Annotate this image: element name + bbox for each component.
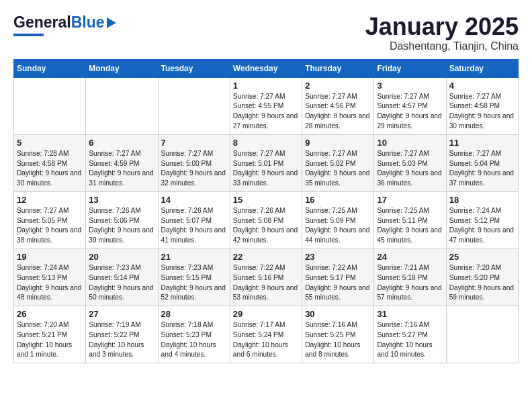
day-header-sunday: Sunday	[14, 59, 86, 77]
day-info: Sunrise: 7:26 AMSunset: 5:07 PMDaylight:…	[161, 206, 227, 246]
day-info: Sunrise: 7:19 AMSunset: 5:22 PMDaylight:…	[89, 320, 154, 360]
calendar-cell: 7Sunrise: 7:27 AMSunset: 5:00 PMDaylight…	[158, 134, 230, 191]
day-header-wednesday: Wednesday	[230, 59, 302, 77]
day-number: 21	[161, 252, 227, 262]
day-info: Sunrise: 7:27 AMSunset: 4:55 PMDaylight:…	[233, 92, 299, 132]
calendar-cell: 24Sunrise: 7:21 AMSunset: 5:18 PMDayligh…	[374, 248, 446, 306]
month-title: January 2025	[365, 13, 519, 40]
day-number: 9	[305, 138, 371, 148]
calendar-cell: 10Sunrise: 7:27 AMSunset: 5:03 PMDayligh…	[374, 134, 446, 191]
week-row-5: 26Sunrise: 7:20 AMSunset: 5:21 PMDayligh…	[14, 306, 519, 363]
calendar-cell	[158, 77, 230, 134]
header-row: SundayMondayTuesdayWednesdayThursdayFrid…	[14, 59, 519, 77]
calendar-cell: 8Sunrise: 7:27 AMSunset: 5:01 PMDaylight…	[230, 134, 302, 191]
calendar-cell: 21Sunrise: 7:23 AMSunset: 5:15 PMDayligh…	[158, 248, 230, 306]
calendar-cell: 18Sunrise: 7:24 AMSunset: 5:12 PMDayligh…	[446, 191, 518, 248]
day-number: 3	[377, 81, 443, 91]
logo-underline	[13, 34, 44, 36]
day-info: Sunrise: 7:27 AMSunset: 4:57 PMDaylight:…	[377, 92, 443, 132]
calendar-cell	[446, 306, 518, 363]
calendar-cell: 13Sunrise: 7:26 AMSunset: 5:06 PMDayligh…	[86, 191, 158, 248]
day-number: 27	[89, 309, 154, 319]
day-number: 6	[89, 138, 154, 148]
day-header-friday: Friday	[374, 59, 446, 77]
logo-general: GeneralBlue	[13, 13, 105, 32]
day-number: 17	[377, 195, 443, 205]
day-header-monday: Monday	[86, 59, 158, 77]
calendar-cell: 5Sunrise: 7:28 AMSunset: 4:58 PMDaylight…	[14, 134, 86, 191]
calendar-body: 1Sunrise: 7:27 AMSunset: 4:55 PMDaylight…	[14, 77, 519, 363]
calendar-cell: 20Sunrise: 7:23 AMSunset: 5:14 PMDayligh…	[86, 248, 158, 306]
day-number: 14	[161, 195, 227, 205]
day-number: 10	[377, 138, 443, 148]
week-row-3: 12Sunrise: 7:27 AMSunset: 5:05 PMDayligh…	[14, 191, 519, 248]
day-number: 11	[449, 138, 515, 148]
calendar-cell: 31Sunrise: 7:16 AMSunset: 5:27 PMDayligh…	[374, 306, 446, 363]
day-header-thursday: Thursday	[302, 59, 374, 77]
day-number: 22	[233, 252, 299, 262]
day-header-tuesday: Tuesday	[158, 59, 230, 77]
day-info: Sunrise: 7:28 AMSunset: 4:58 PMDaylight:…	[17, 149, 83, 189]
calendar-cell: 17Sunrise: 7:25 AMSunset: 5:11 PMDayligh…	[374, 191, 446, 248]
day-info: Sunrise: 7:25 AMSunset: 5:09 PMDaylight:…	[305, 206, 371, 246]
day-info: Sunrise: 7:27 AMSunset: 4:59 PMDaylight:…	[89, 149, 154, 189]
day-number: 18	[449, 195, 515, 205]
calendar-cell: 9Sunrise: 7:27 AMSunset: 5:02 PMDaylight…	[302, 134, 374, 191]
week-row-1: 1Sunrise: 7:27 AMSunset: 4:55 PMDaylight…	[14, 77, 519, 134]
day-number: 24	[377, 252, 443, 262]
day-info: Sunrise: 7:26 AMSunset: 5:08 PMDaylight:…	[233, 206, 299, 246]
day-info: Sunrise: 7:23 AMSunset: 5:15 PMDaylight:…	[161, 263, 227, 303]
day-number: 2	[305, 81, 371, 91]
calendar-cell	[14, 77, 86, 134]
day-info: Sunrise: 7:22 AMSunset: 5:17 PMDaylight:…	[305, 263, 371, 303]
calendar-table: SundayMondayTuesdayWednesdayThursdayFrid…	[13, 59, 519, 364]
calendar-cell: 15Sunrise: 7:26 AMSunset: 5:08 PMDayligh…	[230, 191, 302, 248]
day-info: Sunrise: 7:27 AMSunset: 5:05 PMDaylight:…	[17, 206, 83, 246]
calendar-cell: 29Sunrise: 7:17 AMSunset: 5:24 PMDayligh…	[230, 306, 302, 363]
day-info: Sunrise: 7:27 AMSunset: 5:04 PMDaylight:…	[449, 149, 515, 189]
day-info: Sunrise: 7:24 AMSunset: 5:13 PMDaylight:…	[17, 263, 83, 303]
calendar-cell: 6Sunrise: 7:27 AMSunset: 4:59 PMDaylight…	[86, 134, 158, 191]
calendar-cell: 28Sunrise: 7:18 AMSunset: 5:23 PMDayligh…	[158, 306, 230, 363]
calendar-cell: 4Sunrise: 7:27 AMSunset: 4:58 PMDaylight…	[446, 77, 518, 134]
calendar-cell: 16Sunrise: 7:25 AMSunset: 5:09 PMDayligh…	[302, 191, 374, 248]
day-info: Sunrise: 7:21 AMSunset: 5:18 PMDaylight:…	[377, 263, 443, 303]
day-number: 25	[449, 252, 515, 262]
day-number: 4	[449, 81, 515, 91]
day-info: Sunrise: 7:24 AMSunset: 5:12 PMDaylight:…	[449, 206, 515, 246]
day-number: 12	[17, 195, 83, 205]
day-info: Sunrise: 7:17 AMSunset: 5:24 PMDaylight:…	[233, 320, 299, 360]
day-number: 8	[233, 138, 299, 148]
day-info: Sunrise: 7:16 AMSunset: 5:27 PMDaylight:…	[377, 320, 443, 360]
logo: GeneralBlue	[13, 13, 116, 36]
calendar-header: SundayMondayTuesdayWednesdayThursdayFrid…	[14, 59, 519, 77]
day-info: Sunrise: 7:27 AMSunset: 5:02 PMDaylight:…	[305, 149, 371, 189]
day-number: 30	[305, 309, 371, 319]
logo-blue-text: Blue	[71, 13, 105, 31]
calendar-cell: 23Sunrise: 7:22 AMSunset: 5:17 PMDayligh…	[302, 248, 374, 306]
week-row-2: 5Sunrise: 7:28 AMSunset: 4:58 PMDaylight…	[14, 134, 519, 191]
day-number: 19	[17, 252, 83, 262]
day-info: Sunrise: 7:27 AMSunset: 4:56 PMDaylight:…	[305, 92, 371, 132]
day-number: 31	[377, 309, 443, 319]
calendar-cell: 27Sunrise: 7:19 AMSunset: 5:22 PMDayligh…	[86, 306, 158, 363]
calendar-cell: 25Sunrise: 7:20 AMSunset: 5:20 PMDayligh…	[446, 248, 518, 306]
calendar-cell: 22Sunrise: 7:22 AMSunset: 5:16 PMDayligh…	[230, 248, 302, 306]
day-info: Sunrise: 7:16 AMSunset: 5:25 PMDaylight:…	[305, 320, 371, 360]
calendar-cell: 14Sunrise: 7:26 AMSunset: 5:07 PMDayligh…	[158, 191, 230, 248]
day-number: 16	[305, 195, 371, 205]
day-info: Sunrise: 7:27 AMSunset: 5:00 PMDaylight:…	[161, 149, 227, 189]
logo-arrow-icon	[107, 17, 116, 28]
day-number: 1	[233, 81, 299, 91]
day-number: 23	[305, 252, 371, 262]
calendar-cell	[86, 77, 158, 134]
day-number: 29	[233, 309, 299, 319]
day-info: Sunrise: 7:18 AMSunset: 5:23 PMDaylight:…	[161, 320, 227, 360]
day-info: Sunrise: 7:20 AMSunset: 5:20 PMDaylight:…	[449, 263, 515, 303]
day-info: Sunrise: 7:26 AMSunset: 5:06 PMDaylight:…	[89, 206, 154, 246]
day-info: Sunrise: 7:20 AMSunset: 5:21 PMDaylight:…	[17, 320, 83, 360]
calendar-cell: 12Sunrise: 7:27 AMSunset: 5:05 PMDayligh…	[14, 191, 86, 248]
day-number: 5	[17, 138, 83, 148]
logo-general-text: General	[13, 13, 71, 31]
day-number: 28	[161, 309, 227, 319]
